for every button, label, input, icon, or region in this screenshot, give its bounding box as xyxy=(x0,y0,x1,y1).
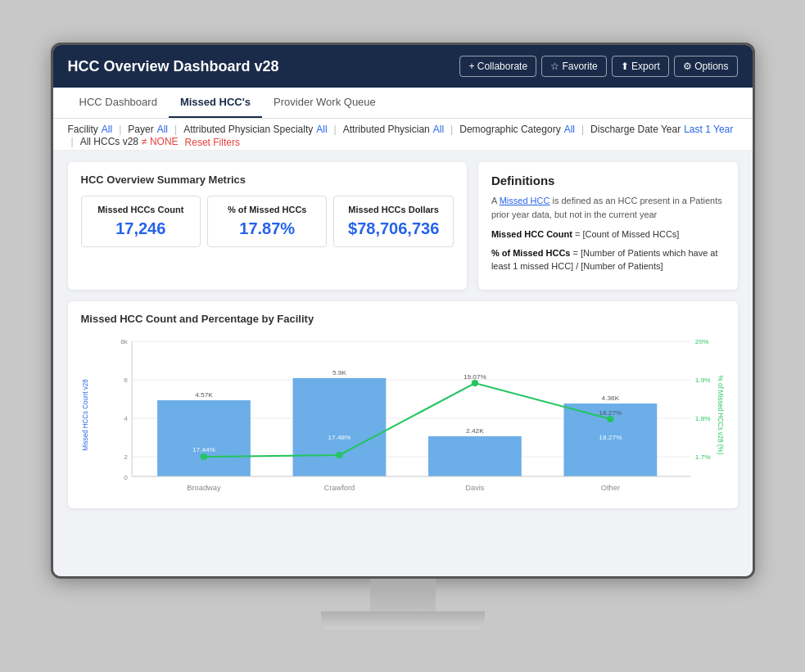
svg-text:Davis: Davis xyxy=(465,484,485,492)
bar-davis[interactable] xyxy=(428,436,522,476)
top-row: HCC Overview Summary Metrics Missed HCCs… xyxy=(68,162,738,290)
line-dot-davis xyxy=(471,380,477,386)
line-dot-crawford xyxy=(336,452,342,458)
tab-missed-hccs[interactable]: Missed HCC's xyxy=(169,88,262,118)
svg-text:2.42K: 2.42K xyxy=(466,427,484,435)
bar-crawford[interactable] xyxy=(292,378,386,476)
filter-attr-phys-value[interactable]: All xyxy=(433,124,444,135)
svg-text:Broadway: Broadway xyxy=(187,484,221,492)
summary-card-title: HCC Overview Summary Metrics xyxy=(81,174,454,186)
svg-text:1.9%: 1.9% xyxy=(694,377,710,384)
svg-text:4.57K: 4.57K xyxy=(195,391,213,399)
collaborate-button[interactable]: + Collaborate xyxy=(459,56,536,77)
svg-text:19.07%: 19.07% xyxy=(463,373,486,381)
definitions-card: Definitions A Missed HCC is defined as a… xyxy=(478,162,738,290)
svg-text:Other: Other xyxy=(600,484,619,492)
filter-demo-value[interactable]: All xyxy=(564,124,575,135)
reset-filters-link[interactable]: Reset Filters xyxy=(185,137,240,148)
metric-pct-missed-value: 17.87% xyxy=(215,219,319,238)
metric-missed-dollars-value: $78,706,736 xyxy=(341,219,445,238)
chart-area: Missed HCCs Count v28 % of Missed HCCs v… xyxy=(81,333,725,497)
svg-text:1.7%: 1.7% xyxy=(694,453,710,461)
page-title: HCC Overview Dashboard v28 xyxy=(68,58,279,75)
filter-discharge-label: Discharge Date Year xyxy=(590,124,681,135)
svg-text:1.8%: 1.8% xyxy=(694,415,710,422)
def-term-count: Missed HCC Count = [Count of Missed HCCs… xyxy=(491,228,725,241)
filter-payer-value[interactable]: All xyxy=(157,124,168,135)
tab-provider-work-queue[interactable]: Provider Work Queue xyxy=(262,88,387,118)
filter-attr-spec-label: Attributed Physician Specialty xyxy=(183,124,313,135)
line-dot-other xyxy=(607,416,613,422)
monitor-screen: HCC Overview Dashboard v28 + Collaborate… xyxy=(51,43,755,579)
svg-text:18.27%: 18.27% xyxy=(599,434,622,441)
svg-text:Missed HCCs Count v28: Missed HCCs Count v28 xyxy=(82,378,89,450)
filter-discharge-value[interactable]: Last 1 Year xyxy=(684,124,733,135)
svg-text:17.48%: 17.48% xyxy=(328,434,350,441)
svg-text:2: 2 xyxy=(124,453,128,461)
svg-text:18.27%: 18.27% xyxy=(599,409,622,417)
filter-facility-label: Facility xyxy=(68,124,98,135)
metric-missed-hcc-count-value: 17,246 xyxy=(88,219,193,238)
filter-hcc-value[interactable]: ≠ NONE xyxy=(142,136,179,147)
metric-pct-missed: % of Missed HCCs 17.87% xyxy=(207,196,327,247)
metric-missed-dollars: Missed HCCs Dollars $78,706,736 xyxy=(333,196,453,247)
filter-hcc-label: All HCCs v28 xyxy=(80,136,138,147)
main-content: HCC Overview Summary Metrics Missed HCCs… xyxy=(53,151,753,576)
bar-broadway[interactable] xyxy=(157,400,251,476)
favorite-button[interactable]: ☆ Favorite xyxy=(541,56,607,77)
svg-text:% of Missed HCCs v28 (%): % of Missed HCCs v28 (%) xyxy=(716,375,723,454)
filter-demo-label: Demographic Category xyxy=(459,124,560,135)
header: HCC Overview Dashboard v28 + Collaborate… xyxy=(53,45,753,88)
filter-facility-value[interactable]: All xyxy=(102,124,112,135)
svg-text:17.44%: 17.44% xyxy=(192,446,215,453)
svg-text:4: 4 xyxy=(124,415,128,422)
metric-pct-missed-label: % of Missed HCCs xyxy=(215,205,319,214)
filter-row: Facility All | Payer All | Attributed Ph… xyxy=(53,119,753,151)
chart-svg: Missed HCCs Count v28 % of Missed HCCs v… xyxy=(81,333,725,497)
definitions-title: Definitions xyxy=(491,174,725,187)
svg-text:4.36K: 4.36K xyxy=(601,395,619,402)
summary-card: HCC Overview Summary Metrics Missed HCCs… xyxy=(68,162,467,290)
metric-missed-hcc-count: Missed HCCs Count 17,246 xyxy=(81,196,201,247)
export-button[interactable]: ⬆ Export xyxy=(612,56,669,77)
chart-card: Missed HCC Count and Percentage by Facil… xyxy=(68,301,738,508)
svg-text:6: 6 xyxy=(124,377,128,384)
metric-missed-hcc-count-label: Missed HCCs Count xyxy=(88,205,193,214)
filter-payer-label: Payer xyxy=(128,124,153,135)
header-actions: + Collaborate ☆ Favorite ⬆ Export ⚙ Opti… xyxy=(459,56,737,77)
svg-text:20%: 20% xyxy=(694,338,708,345)
svg-text:Crawford: Crawford xyxy=(323,484,355,492)
options-button[interactable]: ⚙ Options xyxy=(674,56,738,77)
svg-text:5.9K: 5.9K xyxy=(332,369,346,377)
definitions-intro: A Missed HCC is defined as an HCC presen… xyxy=(491,194,725,221)
nav-tabs: HCC Dashboard Missed HCC's Provider Work… xyxy=(53,88,753,119)
chart-title: Missed HCC Count and Percentage by Facil… xyxy=(81,313,725,325)
def-term-pct: % of Missed HCCs = [Number of Patients w… xyxy=(491,246,725,273)
filter-attr-spec-value[interactable]: All xyxy=(316,124,327,135)
monitor-stand-base xyxy=(321,611,485,629)
svg-text:8k: 8k xyxy=(120,338,129,345)
line-dot-broadway xyxy=(200,453,206,460)
tab-hcc-dashboard[interactable]: HCC Dashboard xyxy=(68,88,169,118)
monitor-stand-neck xyxy=(370,579,436,611)
svg-text:0: 0 xyxy=(124,474,128,481)
monitor-wrapper: HCC Overview Dashboard v28 + Collaborate… xyxy=(51,43,755,629)
metrics-row: Missed HCCs Count 17,246 % of Missed HCC… xyxy=(81,196,454,247)
filter-attr-phys-label: Attributed Physician xyxy=(343,124,430,135)
metric-missed-dollars-label: Missed HCCs Dollars xyxy=(341,205,445,214)
